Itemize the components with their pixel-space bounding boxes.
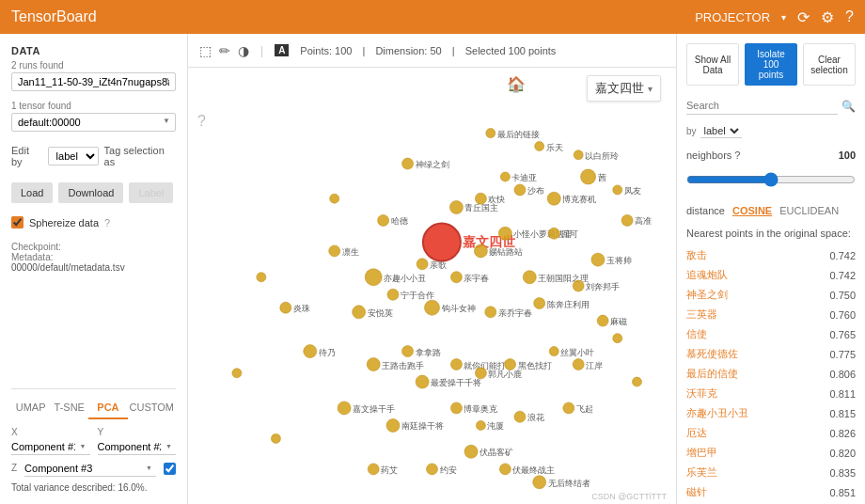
scatter-point[interactable] bbox=[427, 464, 438, 475]
scatter-point[interactable] bbox=[474, 244, 487, 258]
scatter-point[interactable] bbox=[417, 259, 428, 270]
scatter-point[interactable] bbox=[330, 194, 339, 203]
scatter-point[interactable] bbox=[338, 402, 351, 415]
scatter-point[interactable] bbox=[365, 269, 382, 286]
scatter-point[interactable] bbox=[632, 377, 641, 386]
clear-button[interactable]: Clear selection bbox=[803, 43, 856, 86]
scatter-point[interactable] bbox=[613, 334, 622, 343]
label-button[interactable]: Label bbox=[129, 182, 173, 203]
scatter-point[interactable] bbox=[498, 227, 511, 240]
nearest-name[interactable]: 亦趣小丑小丑 bbox=[686, 406, 748, 420]
label-icon[interactable]: A bbox=[275, 44, 289, 56]
scatter-point[interactable] bbox=[368, 464, 379, 475]
tab-custom[interactable]: CUSTOM bbox=[128, 397, 176, 419]
edit-by-select[interactable]: label bbox=[48, 147, 99, 165]
scatter-point[interactable] bbox=[353, 306, 366, 319]
scatter-point[interactable] bbox=[416, 375, 429, 388]
euclidean-option[interactable]: EUCLIDEAN bbox=[779, 205, 839, 216]
neighbors-slider[interactable] bbox=[686, 172, 856, 187]
scatter-point[interactable] bbox=[549, 347, 558, 356]
scatter-point[interactable] bbox=[573, 359, 584, 370]
scatter-point[interactable] bbox=[475, 368, 486, 379]
nearest-name[interactable]: 磁针 bbox=[686, 485, 707, 499]
scatter-point[interactable] bbox=[621, 214, 633, 226]
scatter-plot[interactable]: 最后的链接乐天神绿之剑卡迪亚以白所玲茜博克赛机沙布欢快青丘国主哈德凤友高准嘉文四… bbox=[188, 68, 676, 504]
scatter-point[interactable] bbox=[449, 200, 463, 213]
scatter-point[interactable] bbox=[499, 464, 511, 475]
scatter-point[interactable] bbox=[232, 369, 242, 378]
edit-icon[interactable]: ✏ bbox=[219, 43, 230, 58]
run-select-wrapper[interactable]: Jan11_11-50-39_iZt4n7nugaps8a6gn bbox=[11, 72, 176, 91]
scatter-point[interactable] bbox=[485, 307, 496, 318]
home-icon[interactable]: 🏠 bbox=[507, 75, 526, 93]
scatter-point[interactable] bbox=[514, 411, 526, 422]
nearest-name[interactable]: 最后的信使 bbox=[686, 367, 738, 381]
scatter-point[interactable] bbox=[500, 172, 510, 181]
scatter-point[interactable] bbox=[514, 184, 526, 196]
map-canvas[interactable]: ? 🏠 嘉文四世 ▾ 最后的链接乐天神绿之剑卡迪亚以白所玲茜博克赛机沙布欢快青丘… bbox=[188, 68, 676, 504]
scatter-point[interactable] bbox=[450, 272, 462, 283]
x-select-wrapper[interactable]: Component #1 bbox=[11, 439, 90, 455]
map-help-icon[interactable]: ? bbox=[197, 113, 206, 130]
scatter-point[interactable] bbox=[367, 358, 380, 371]
sphereize-checkbox[interactable] bbox=[11, 216, 24, 228]
scatter-point[interactable] bbox=[563, 402, 574, 414]
by-select[interactable]: label bbox=[700, 124, 742, 138]
nearest-name[interactable]: 慕死使德佐 bbox=[686, 347, 738, 361]
nearest-name[interactable]: 三英器 bbox=[686, 307, 717, 322]
nearest-name[interactable]: 神圣之剑 bbox=[686, 288, 728, 302]
scatter-point[interactable] bbox=[280, 302, 291, 313]
nearest-name[interactable]: 敌击 bbox=[686, 248, 707, 262]
scatter-point[interactable] bbox=[505, 359, 516, 370]
scatter-point[interactable] bbox=[425, 300, 440, 315]
scatter-point[interactable] bbox=[475, 193, 486, 204]
scatter-point[interactable] bbox=[523, 271, 536, 284]
load-button[interactable]: Load bbox=[11, 182, 53, 203]
nearest-name[interactable]: 追魂炮队 bbox=[686, 268, 728, 282]
search-input[interactable] bbox=[686, 97, 838, 115]
selection-icon[interactable]: ⬚ bbox=[199, 43, 212, 58]
download-button[interactable]: Download bbox=[58, 182, 123, 203]
scatter-point[interactable] bbox=[257, 273, 266, 282]
scatter-point[interactable] bbox=[548, 228, 559, 239]
scatter-point[interactable] bbox=[387, 289, 399, 300]
scatter-point[interactable] bbox=[402, 346, 414, 357]
z-select-wrapper[interactable]: Component #3 bbox=[24, 461, 156, 477]
scatter-point[interactable] bbox=[573, 280, 584, 291]
scatter-point[interactable] bbox=[533, 476, 546, 489]
z-enable-checkbox[interactable] bbox=[164, 463, 176, 475]
scatter-point[interactable] bbox=[271, 433, 280, 443]
scatter-point[interactable] bbox=[402, 158, 414, 169]
nearest-name[interactable]: 厄达 bbox=[686, 426, 707, 440]
nearest-name[interactable]: 增巴甲 bbox=[686, 446, 717, 460]
projector-dropdown-icon[interactable]: ▾ bbox=[781, 12, 786, 23]
y-select-wrapper[interactable]: Component #2 bbox=[98, 439, 177, 455]
scatter-point[interactable] bbox=[386, 418, 400, 432]
nearest-name[interactable]: 信使 bbox=[686, 327, 707, 341]
neighbors-help-icon[interactable]: ? bbox=[734, 150, 740, 161]
cosine-option[interactable]: COSINE bbox=[732, 205, 772, 216]
scatter-point[interactable] bbox=[547, 192, 560, 205]
scatter-point[interactable] bbox=[329, 245, 340, 257]
help-icon[interactable]: ? bbox=[845, 8, 854, 25]
scatter-point[interactable] bbox=[534, 298, 545, 309]
x-component-select[interactable]: Component #1 bbox=[11, 439, 90, 455]
scatter-point[interactable] bbox=[476, 420, 485, 430]
scatter-point[interactable] bbox=[597, 315, 608, 326]
scatter-point[interactable] bbox=[464, 445, 478, 458]
scatter-point[interactable] bbox=[591, 253, 605, 266]
y-component-select[interactable]: Component #2 bbox=[98, 439, 177, 455]
scatter-point[interactable] bbox=[574, 150, 583, 160]
sphereize-help-icon[interactable]: ? bbox=[104, 217, 110, 228]
scatter-point[interactable] bbox=[450, 359, 462, 370]
scatter-point[interactable] bbox=[486, 129, 495, 138]
tensor-select-wrapper[interactable]: default:00000 bbox=[11, 113, 176, 132]
show-all-button[interactable]: Show All Data bbox=[686, 43, 739, 86]
scatter-point[interactable] bbox=[304, 345, 317, 358]
scatter-point[interactable] bbox=[535, 142, 544, 151]
scatter-point[interactable] bbox=[378, 214, 389, 226]
nearest-name[interactable]: 沃菲克 bbox=[686, 386, 717, 401]
settings-icon[interactable]: ⚙ bbox=[821, 8, 834, 26]
run-select[interactable]: Jan11_11-50-39_iZt4n7nugaps8a6gn bbox=[11, 72, 176, 91]
refresh-icon[interactable]: ⟳ bbox=[797, 8, 810, 26]
